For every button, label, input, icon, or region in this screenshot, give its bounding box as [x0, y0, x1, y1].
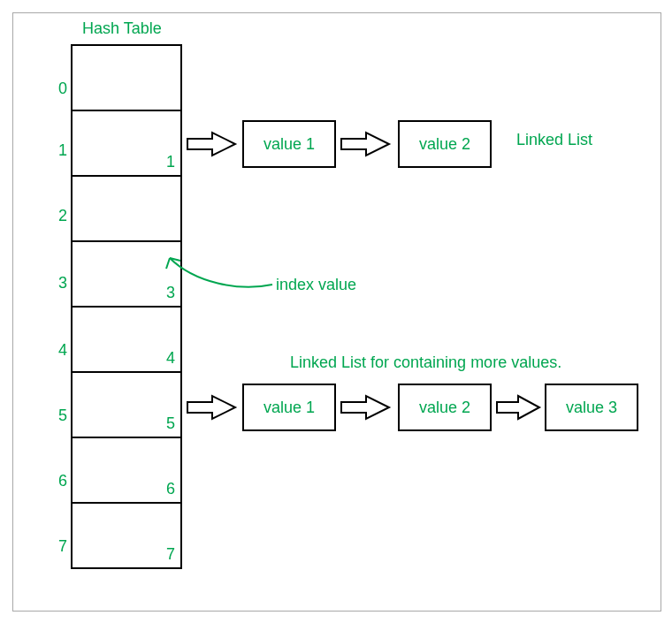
index-value-label: index value	[276, 276, 356, 294]
bucket-outer-index: 6	[50, 472, 67, 490]
arrow-icon	[186, 394, 237, 421]
chain-value: value 1	[263, 399, 315, 417]
bucket-inner-index: 5	[166, 414, 175, 433]
bucket-inner-index: 4	[166, 349, 175, 368]
bucket-0	[71, 44, 182, 111]
bucket-outer-index: 7	[50, 537, 67, 556]
bucket-outer-index: 4	[50, 341, 67, 360]
chain-node: value 1	[242, 120, 336, 168]
chain-node: value 2	[398, 384, 492, 431]
linked-list-more-label: Linked List for containing more values.	[290, 353, 561, 372]
bucket-1: 1	[71, 110, 182, 177]
bucket-outer-index: 1	[50, 141, 67, 160]
bucket-outer-index: 3	[50, 274, 67, 293]
bucket-4: 4	[71, 306, 182, 373]
bucket-inner-index: 6	[166, 480, 175, 498]
diagram-canvas: Hash Table 1 3 4 5 6 7 0 1 2 3 4 5 6 7 v…	[0, 0, 672, 623]
curve-arrow-icon	[159, 247, 292, 300]
arrow-icon	[495, 394, 541, 421]
bucket-inner-index: 7	[166, 545, 175, 564]
arrow-icon	[340, 131, 391, 157]
chain-node: value 2	[398, 120, 492, 168]
chain-node: value 3	[545, 384, 638, 431]
bucket-outer-index: 2	[50, 207, 67, 225]
bucket-outer-index: 5	[50, 406, 67, 425]
arrow-icon	[340, 394, 391, 421]
bucket-outer-index: 0	[50, 80, 67, 98]
bucket-inner-index: 1	[166, 153, 175, 171]
bucket-2	[71, 175, 182, 242]
chain-value: value 2	[419, 135, 470, 154]
chain-value: value 3	[566, 399, 617, 417]
chain-node: value 1	[242, 384, 336, 431]
title-label: Hash Table	[82, 19, 162, 38]
chain-value: value 2	[419, 399, 470, 417]
arrow-icon	[186, 131, 237, 157]
hash-table: 1 3 4 5 6 7	[71, 44, 182, 569]
chain-value: value 1	[263, 135, 315, 154]
bucket-5: 5	[71, 371, 182, 438]
bucket-7: 7	[71, 502, 182, 569]
linked-list-label: Linked List	[516, 131, 592, 149]
bucket-6: 6	[71, 437, 182, 504]
